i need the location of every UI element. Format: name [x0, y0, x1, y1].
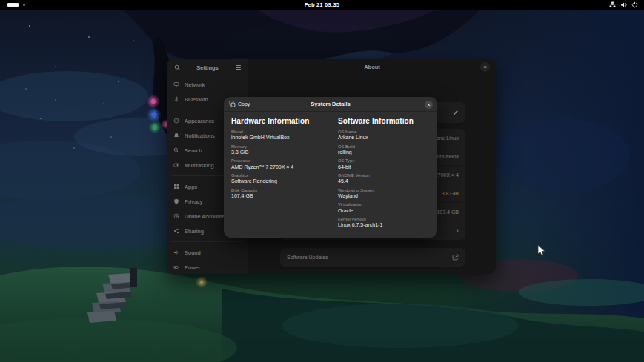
- mouse-cursor: [537, 244, 546, 257]
- entry-graphics: Graphics Software Rendering: [231, 173, 323, 184]
- power-icon: [631, 1, 638, 8]
- network-icon: [609, 1, 616, 8]
- hardware-heading: Hardware Information: [231, 117, 323, 125]
- system-details-dialog: Copy System Details × Hardware Informati…: [224, 97, 437, 238]
- entry-memory: Memory 3.8 GiB: [231, 144, 323, 155]
- desktop: Feb 21 09:35: [0, 0, 644, 362]
- clock[interactable]: Feb 21 09:35: [0, 1, 644, 8]
- entry-os-build: OS Build rolling: [338, 144, 430, 155]
- volume-icon: [620, 1, 627, 8]
- copy-icon: [229, 101, 236, 107]
- entry-windowing-system: Windowing System Wayland: [338, 188, 430, 198]
- system-status-area[interactable]: [609, 0, 638, 10]
- entry-virtualization: Virtualization Oracle: [338, 202, 430, 212]
- entry-os-name: OS Name Arkane Linux: [338, 130, 430, 140]
- software-heading: Software Information: [338, 117, 430, 125]
- software-column: Software Information OS Name Arkane Linu…: [338, 117, 430, 232]
- hardware-column: Hardware Information Model innotek GmbH …: [231, 117, 323, 232]
- entry-processor: Processor AMD Ryzen™ 7 2700X × 4: [231, 158, 323, 169]
- entry-os-type: OS Type 64-bit: [338, 158, 430, 169]
- dialog-headerbar: Copy System Details ×: [224, 97, 437, 112]
- copy-button[interactable]: Copy: [229, 101, 250, 107]
- dialog-close-button[interactable]: ×: [425, 101, 433, 109]
- entry-gnome-version: GNOME Version 45.4: [338, 173, 430, 184]
- entry-kernel-version: Kernel Version Linux 6.7.5-arch1-1: [338, 217, 430, 227]
- top-bar: Feb 21 09:35: [0, 0, 644, 10]
- entry-model: Model innotek GmbH VirtualBox: [231, 130, 323, 140]
- entry-disk-capacity: Disk Capacity 107.4 GB: [231, 188, 323, 198]
- dialog-body: Hardware Information Model innotek GmbH …: [224, 112, 437, 232]
- dialog-title: System Details: [224, 101, 437, 107]
